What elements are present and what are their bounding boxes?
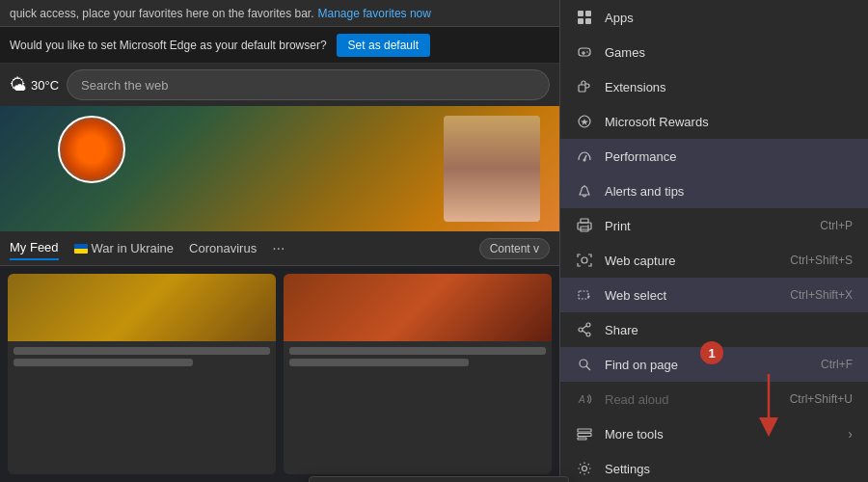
webselect-label: Web select [605, 288, 778, 303]
svg-point-18 [579, 328, 583, 332]
games-label: Games [605, 45, 853, 60]
alerts-icon [576, 182, 593, 200]
svg-line-21 [583, 331, 586, 334]
manage-favorites-link[interactable]: Manage favorites now [318, 7, 431, 20]
default-browser-text: Would you like to set Microsoft Edge as … [10, 39, 327, 52]
svg-rect-2 [578, 18, 583, 24]
svg-rect-3 [585, 18, 591, 24]
svg-point-22 [580, 360, 587, 367]
menu-item-moretools[interactable]: More tools› [560, 416, 868, 451]
settings-icon [576, 460, 593, 477]
tab-my-feed-label: My Feed [10, 240, 59, 254]
news-cards-area [0, 266, 559, 482]
ukraine-flag-icon [74, 244, 88, 254]
fish-image [58, 116, 125, 183]
svg-rect-27 [578, 438, 586, 440]
tab-ukraine[interactable]: War in Ukraine [74, 237, 174, 259]
menu-item-print[interactable]: PrintCtrl+P [560, 208, 868, 243]
settings-label: Settings [605, 462, 853, 476]
findonpage-shortcut: Ctrl+F [821, 358, 853, 371]
browser-background: quick access, place your favorites here … [0, 0, 559, 482]
svg-point-14 [587, 225, 589, 227]
news-card-1[interactable] [8, 274, 276, 474]
performance-label: Performance [605, 149, 853, 164]
menu-item-webcapture[interactable]: Web captureCtrl+Shift+S [560, 243, 868, 278]
tab-coronavirus-label: Coronavirus [189, 241, 257, 255]
tab-ukraine-label: War in Ukraine [92, 241, 174, 255]
news-card-2-text-line1 [289, 347, 546, 355]
rewards-icon [576, 113, 593, 130]
favorites-bar-text: quick access, place your favorites here … [10, 7, 314, 20]
set-default-button[interactable]: Set as default [337, 34, 430, 57]
findonpage-label: Find on page [605, 358, 809, 372]
svg-rect-9 [579, 85, 585, 92]
news-card-1-text-line1 [14, 347, 270, 355]
apps-label: Apps [605, 11, 853, 25]
context-menu: AppsGamesExtensionsMicrosoft RewardsPerf… [559, 0, 868, 482]
menu-item-findonpage[interactable]: Find on pageCtrl+F [560, 347, 868, 382]
menu-item-games[interactable]: Games [560, 35, 868, 69]
menu-item-performance[interactable]: Performance [560, 139, 868, 174]
svg-point-17 [586, 323, 590, 327]
tab-my-feed[interactable]: My Feed [10, 236, 59, 260]
news-card-2-image [284, 274, 552, 341]
svg-point-15 [582, 257, 587, 263]
extensions-icon [576, 78, 593, 95]
menu-item-webselect[interactable]: Web selectCtrl+Shift+X [560, 278, 868, 312]
tab-coronavirus[interactable]: Coronavirus [189, 237, 257, 259]
svg-rect-16 [579, 291, 588, 299]
menu-item-rewards[interactable]: Microsoft Rewards [560, 104, 868, 139]
news-card-1-text-line2 [14, 359, 193, 366]
moretools-arrow-icon: › [848, 426, 853, 442]
readaloud-shortcut: Ctrl+Shift+U [790, 392, 853, 406]
webcapture-label: Web capture [605, 254, 778, 268]
menu-item-share[interactable]: Share [560, 312, 868, 347]
print-icon [576, 217, 593, 234]
search-bar[interactable]: Search the web [67, 69, 550, 100]
menu-item-settings[interactable]: Settings [560, 451, 868, 482]
games-icon [576, 43, 593, 61]
svg-point-10 [583, 159, 586, 162]
rewards-label: Microsoft Rewards [605, 115, 853, 129]
moretools-label: More tools [605, 427, 836, 442]
news-card-2[interactable] [284, 274, 552, 474]
content-visibility-button[interactable]: Content v [479, 238, 550, 259]
news-card-2-text-line2 [289, 359, 469, 366]
share-icon [576, 321, 593, 338]
extensions-label: Extensions [605, 80, 853, 94]
print-shortcut: Ctrl+P [820, 219, 853, 232]
more-tabs-button[interactable]: ··· [272, 240, 285, 257]
readaloud-label: Read aloud [605, 392, 778, 407]
favorites-bar: quick access, place your favorites here … [0, 0, 559, 27]
news-card-2-text [284, 341, 552, 376]
svg-line-20 [583, 326, 586, 329]
webselect-shortcut: Ctrl+Shift+X [790, 288, 853, 302]
readaloud-icon: A [576, 390, 593, 408]
hero-overlay-image [444, 116, 540, 222]
search-placeholder-text: Search the web [81, 78, 168, 93]
menu-item-alerts[interactable]: Alerts and tips [560, 174, 868, 208]
news-card-1-text [8, 341, 276, 376]
apps-icon [576, 9, 593, 26]
news-card-1-image [8, 274, 276, 341]
svg-rect-0 [578, 11, 583, 16]
svg-point-19 [586, 333, 590, 336]
sub-menu-help-feedback: HelpF1Send feedbackAlt+Shift+IReport uns… [309, 476, 569, 482]
menu-item-readaloud[interactable]: ARead aloudCtrl+Shift+U [560, 382, 868, 416]
svg-text:A: A [578, 394, 585, 405]
menu-item-extensions[interactable]: Extensions [560, 69, 868, 104]
print-label: Print [605, 219, 808, 233]
moretools-icon [576, 425, 593, 442]
svg-point-7 [586, 51, 588, 53]
weather-icon: 🌤 [10, 75, 27, 95]
default-browser-bar: Would you like to set Microsoft Edge as … [0, 27, 559, 64]
sub-menu-item-help[interactable]: HelpF1 [310, 477, 568, 482]
performance-icon [576, 147, 593, 165]
hero-image [0, 106, 559, 231]
menu-item-apps[interactable]: Apps [560, 0, 868, 35]
weather-temp: 30°C [31, 78, 59, 93]
address-bar-row: 🌤 30°C Search the web [0, 64, 559, 106]
svg-rect-26 [578, 434, 591, 437]
svg-rect-11 [581, 219, 588, 223]
share-label: Share [605, 323, 853, 337]
